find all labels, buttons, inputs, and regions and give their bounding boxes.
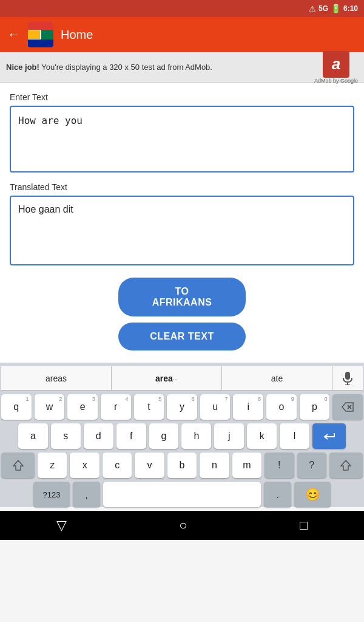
shift-key-right[interactable] bbox=[329, 453, 363, 478]
svg-rect-7 bbox=[345, 372, 350, 380]
enter-text-input[interactable]: How are you bbox=[10, 106, 354, 173]
svg-marker-12 bbox=[13, 460, 23, 470]
back-button[interactable]: ← bbox=[7, 27, 21, 43]
admob-wrap: a AdMob by Google bbox=[314, 51, 358, 84]
keyboard-row-2: a s d f g h j k l bbox=[1, 423, 363, 449]
key-w[interactable]: 2w bbox=[35, 394, 65, 420]
key-e[interactable]: 3e bbox=[67, 394, 98, 420]
shift-key[interactable] bbox=[1, 453, 35, 478]
key-q[interactable]: 1q bbox=[1, 394, 32, 420]
admob-letter: a bbox=[332, 55, 340, 73]
keyboard-row-1: 1q 2w 3e 4r 5t 6y 7u 8i 9o 0p bbox=[1, 394, 363, 420]
enter-text-label: Enter Text bbox=[10, 92, 354, 102]
key-c[interactable]: c bbox=[103, 453, 132, 478]
key-i[interactable]: 8i bbox=[233, 394, 263, 420]
space-key[interactable] bbox=[103, 482, 261, 507]
symbol-key[interactable]: ?123 bbox=[33, 482, 70, 507]
svg-rect-3 bbox=[28, 22, 53, 30]
keyboard: areas area ... ate 1q 2w 3e 4r 5t 6y 7u … bbox=[0, 363, 364, 507]
shift-icon bbox=[13, 460, 24, 471]
to-afrikaans-button[interactable]: TO AFRIKAANS bbox=[118, 278, 246, 316]
backspace-icon bbox=[342, 402, 354, 412]
suggestion-ate[interactable]: ate bbox=[222, 366, 332, 390]
enter-icon bbox=[323, 431, 335, 441]
key-z[interactable]: z bbox=[38, 453, 67, 478]
shift-right-icon bbox=[340, 460, 351, 471]
suggestions-row: areas area ... ate bbox=[1, 366, 363, 391]
action-buttons: TO AFRIKAANS CLEAR TEXT bbox=[10, 278, 354, 350]
key-b[interactable]: b bbox=[167, 453, 197, 478]
key-r[interactable]: 4r bbox=[101, 394, 131, 420]
key-l[interactable]: l bbox=[280, 423, 309, 449]
enter-key[interactable] bbox=[312, 423, 346, 449]
key-n[interactable]: n bbox=[200, 453, 229, 478]
microphone-button[interactable] bbox=[332, 366, 363, 390]
key-s[interactable]: s bbox=[51, 423, 81, 449]
suggestion-area-text: area bbox=[155, 374, 173, 383]
app-logo bbox=[28, 22, 53, 47]
key-j[interactable]: j bbox=[214, 423, 244, 449]
key-o[interactable]: 9o bbox=[266, 394, 297, 420]
key-p[interactable]: 0p bbox=[300, 394, 330, 420]
key-h[interactable]: h bbox=[181, 423, 211, 449]
translated-text-section: Translated Text Hoe gaan dit bbox=[10, 182, 354, 265]
key-g[interactable]: g bbox=[149, 423, 179, 449]
translated-text-output: Hoe gaan dit bbox=[10, 196, 354, 265]
top-bar: ← Home bbox=[0, 17, 364, 52]
key-m[interactable]: m bbox=[232, 453, 261, 478]
nav-home-button[interactable]: ○ bbox=[179, 518, 187, 533]
key-t[interactable]: 5t bbox=[134, 394, 164, 420]
emoji-key[interactable]: 😊 bbox=[294, 482, 331, 507]
warning-icon: ⚠ bbox=[309, 4, 316, 13]
battery-icon: 🔋 bbox=[331, 4, 341, 13]
status-icons: ⚠ 5G 🔋 6:10 bbox=[309, 4, 358, 13]
admob-by-text: AdMob by Google bbox=[314, 78, 358, 84]
time-display: 6:10 bbox=[343, 4, 358, 13]
nav-recents-button[interactable]: □ bbox=[300, 518, 308, 533]
clear-text-button[interactable]: CLEAR TEXT bbox=[118, 323, 246, 350]
suggestion-dots: ... bbox=[173, 375, 178, 381]
status-bar: ⚠ 5G 🔋 6:10 bbox=[0, 0, 364, 17]
key-f[interactable]: f bbox=[116, 423, 146, 449]
backspace-key[interactable] bbox=[332, 394, 363, 420]
key-d[interactable]: d bbox=[84, 423, 113, 449]
ad-body-text: You're displaying a 320 x 50 test ad fro… bbox=[39, 63, 212, 72]
ad-nice-label: Nice job! bbox=[6, 63, 39, 72]
key-u[interactable]: 7u bbox=[200, 394, 231, 420]
key-y[interactable]: 6y bbox=[167, 394, 197, 420]
keyboard-bottom-row: ?123 , . 😊 bbox=[1, 482, 363, 507]
svg-rect-4 bbox=[28, 39, 53, 47]
key-x[interactable]: x bbox=[70, 453, 99, 478]
microphone-icon bbox=[342, 372, 353, 385]
suggestion-area[interactable]: area ... bbox=[112, 366, 222, 390]
period-key[interactable]: . bbox=[264, 482, 291, 507]
key-k[interactable]: k bbox=[247, 423, 277, 449]
suggestion-areas[interactable]: areas bbox=[1, 366, 112, 390]
ad-banner: Nice job! You're displaying a 320 x 50 t… bbox=[0, 52, 364, 83]
comma-key[interactable]: , bbox=[73, 482, 100, 507]
signal-icon: 5G bbox=[318, 4, 328, 13]
admob-logo: a bbox=[323, 51, 349, 78]
south-africa-flag-icon bbox=[28, 22, 53, 47]
main-content: Enter Text How are you Translated Text H… bbox=[0, 83, 364, 363]
exclamation-key[interactable]: ! bbox=[265, 453, 294, 478]
svg-marker-13 bbox=[341, 460, 351, 470]
nav-bar: ▽ ○ □ bbox=[0, 511, 364, 540]
key-a[interactable]: a bbox=[18, 423, 48, 449]
nav-back-button[interactable]: ▽ bbox=[56, 518, 67, 533]
key-v[interactable]: v bbox=[135, 453, 164, 478]
ad-text: Nice job! You're displaying a 320 x 50 t… bbox=[6, 63, 308, 72]
translated-text-label: Translated Text bbox=[10, 182, 354, 192]
keyboard-row-3: z x c v b n m ! ? bbox=[1, 453, 363, 478]
app-title: Home bbox=[61, 28, 93, 42]
enter-text-section: Enter Text How are you bbox=[10, 92, 354, 173]
question-key[interactable]: ? bbox=[297, 453, 326, 478]
